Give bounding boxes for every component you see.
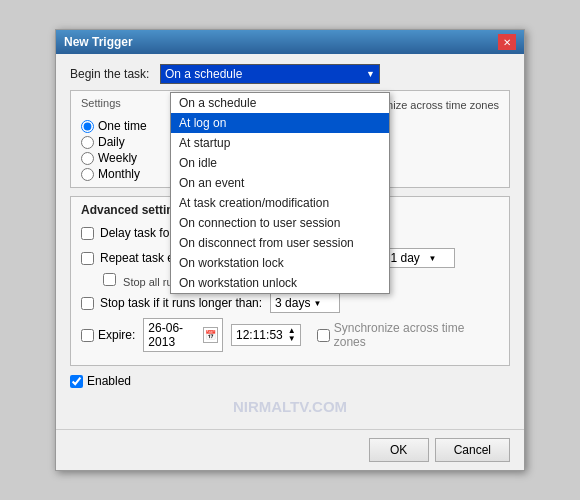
- stop-longer-row: Stop task if it runs longer than: 3 days…: [81, 293, 499, 313]
- enabled-label: Enabled: [87, 374, 131, 388]
- radio-onetime-label: One time: [98, 119, 147, 133]
- dropdown-item-5[interactable]: At task creation/modification: [171, 193, 389, 213]
- dropdown-item-6[interactable]: On connection to user session: [171, 213, 389, 233]
- radio-onetime-input[interactable]: [81, 120, 94, 133]
- time-spin-arrows[interactable]: ▲ ▼: [288, 327, 296, 343]
- dropdown-item-2[interactable]: At startup: [171, 133, 389, 153]
- dropdown-item-7[interactable]: On disconnect from user session: [171, 233, 389, 253]
- radio-monthly-label: Monthly: [98, 167, 140, 181]
- dropdown-item-9[interactable]: On workstation unlock: [171, 273, 389, 293]
- begin-task-dropdown-popup: On a schedule At log on At startup On id…: [170, 92, 390, 294]
- stop-longer-checkbox[interactable]: [81, 297, 94, 310]
- stop-longer-arrow: ▼: [313, 299, 321, 308]
- radio-daily-label: Daily: [98, 135, 125, 149]
- enabled-row: Enabled: [70, 374, 510, 388]
- begin-task-value: On a schedule: [165, 67, 242, 81]
- sync-label-expire: Synchronize across time zones: [334, 321, 499, 349]
- watermark: NIRMALTV.COM: [70, 394, 510, 419]
- ok-button[interactable]: OK: [369, 438, 429, 462]
- dropdown-item-8[interactable]: On workstation lock: [171, 253, 389, 273]
- repeat-checkbox[interactable]: [81, 252, 94, 265]
- radio-monthly-input[interactable]: [81, 168, 94, 181]
- expire-date-value: 26-06-2013: [148, 321, 203, 349]
- expire-date-input[interactable]: 26-06-2013 📅: [143, 318, 223, 352]
- dropdown-item-0[interactable]: On a schedule: [171, 93, 389, 113]
- begin-task-arrow: ▼: [366, 69, 375, 79]
- dropdown-item-3[interactable]: On idle: [171, 153, 389, 173]
- radio-weekly-label: Weekly: [98, 151, 137, 165]
- radio-weekly-input[interactable]: [81, 152, 94, 165]
- stop-longer-value: 3 days: [275, 296, 310, 310]
- settings-label: Settings: [81, 97, 121, 109]
- begin-task-dropdown[interactable]: On a schedule ▼: [160, 64, 380, 84]
- begin-task-row: Begin the task: On a schedule ▼ On a sch…: [70, 64, 510, 84]
- stop-longer-dropdown[interactable]: 3 days ▼: [270, 293, 340, 313]
- spin-down-icon[interactable]: ▼: [288, 335, 296, 343]
- dropdown-item-1[interactable]: At log on: [171, 113, 389, 133]
- calendar-icon[interactable]: 📅: [203, 327, 218, 343]
- begin-task-label: Begin the task:: [70, 67, 160, 81]
- expire-label: Expire:: [98, 328, 135, 342]
- stop-longer-label: Stop task if it runs longer than:: [100, 296, 262, 310]
- duration-value: 1 day: [390, 251, 419, 265]
- delay-checkbox[interactable]: [81, 227, 94, 240]
- dropdown-item-4[interactable]: On an event: [171, 173, 389, 193]
- title-bar: New Trigger ✕: [56, 30, 524, 54]
- dialog-content: Begin the task: On a schedule ▼ On a sch…: [56, 54, 524, 429]
- new-trigger-window: New Trigger ✕ Begin the task: On a sched…: [55, 29, 525, 471]
- expire-time-input[interactable]: 12:11:53 ▲ ▼: [231, 324, 301, 346]
- expire-row: Expire: 26-06-2013 📅 12:11:53 ▲ ▼ Synchr…: [81, 318, 499, 352]
- enabled-checkbox[interactable]: [70, 375, 83, 388]
- duration-dropdown[interactable]: 1 day ▼: [385, 248, 455, 268]
- close-button[interactable]: ✕: [498, 34, 516, 50]
- radio-daily-input[interactable]: [81, 136, 94, 149]
- footer: OK Cancel: [56, 429, 524, 470]
- sync-checkbox-expire[interactable]: [317, 329, 330, 342]
- cancel-button[interactable]: Cancel: [435, 438, 510, 462]
- duration-arrow: ▼: [429, 254, 437, 263]
- expire-time-value: 12:11:53: [236, 328, 283, 342]
- stop-repeat-checkbox[interactable]: [103, 273, 116, 286]
- window-title: New Trigger: [64, 35, 133, 49]
- expire-checkbox[interactable]: [81, 329, 94, 342]
